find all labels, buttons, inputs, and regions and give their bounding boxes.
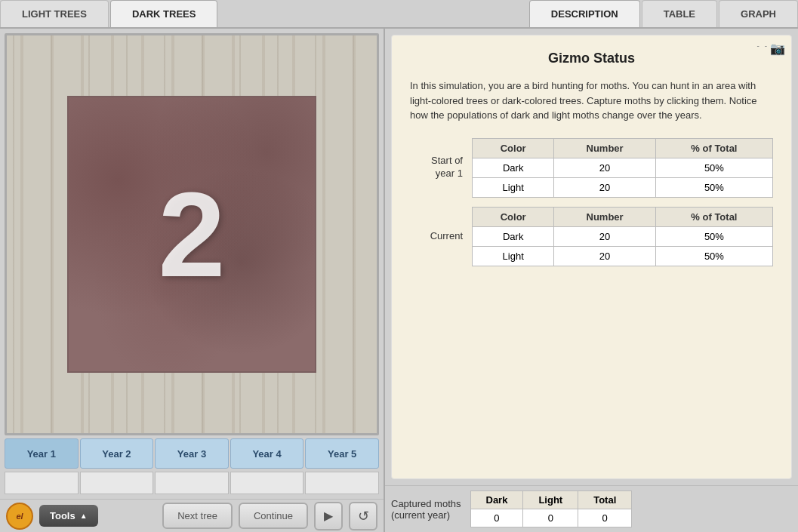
play-icon: ▶	[324, 509, 333, 523]
play-button[interactable]: ▶	[314, 502, 343, 530]
year-captured-4	[230, 472, 304, 494]
current-col-color: Color	[473, 207, 554, 226]
tools-logo: el	[6, 503, 33, 530]
tree-display[interactable]: 2	[5, 33, 379, 435]
year-captured-1	[5, 472, 79, 494]
tools-chevron-icon: ▲	[80, 512, 88, 520]
year-tabs-bar: Year 1 Year 2 Year 3 Year 4 Year 5	[5, 438, 379, 469]
bottom-stats: Captured moths(current year) Dark Light …	[385, 485, 798, 532]
start-col-percent: % of Total	[655, 138, 772, 158]
table-row: Light 20 50%	[473, 246, 773, 266]
tools-button[interactable]: Tools ▲	[39, 505, 98, 527]
year-tab-1[interactable]: Year 1	[5, 438, 79, 469]
tab-table[interactable]: TABLE	[642, 0, 717, 27]
start-col-color: Color	[473, 138, 554, 158]
start-col-number: Number	[554, 138, 655, 158]
table-row: Dark 20 50%	[473, 158, 773, 177]
year-tab-5[interactable]: Year 5	[305, 438, 379, 469]
table-row: Dark 20 50%	[473, 226, 773, 246]
start-year-label: Start ofyear 1	[410, 155, 463, 180]
tab-graph[interactable]: GRAPH	[719, 0, 798, 27]
panel-description: In this simulation, you are a bird hunti…	[410, 78, 773, 123]
start-year-table-row: Start ofyear 1 Color Number % of Total	[410, 138, 773, 198]
current-table: Color Number % of Total Dark 20 50%	[472, 207, 773, 266]
current-table-row: Current Color Number % of Total	[410, 207, 773, 266]
year-number: 2	[159, 165, 226, 304]
bottom-controls: el Tools ▲ Next tree Continue ▶ ↺	[0, 499, 384, 532]
screenshot-dots: - -	[757, 42, 769, 50]
tab-dark-trees[interactable]: DARK TREES	[110, 0, 218, 27]
reset-icon: ↺	[358, 508, 369, 524]
year-tab-2[interactable]: Year 2	[80, 438, 154, 469]
continue-button[interactable]: Continue	[239, 503, 308, 529]
reset-button[interactable]: ↺	[349, 502, 377, 530]
tab-description[interactable]: DESCRIPTION	[529, 0, 640, 27]
captured-dark-value: 0	[470, 509, 523, 527]
start-year-table: Color Number % of Total Dark 20 50%	[472, 138, 773, 198]
captured-col-dark: Dark	[470, 491, 523, 509]
captured-label: Captured moths(current year)	[391, 498, 461, 521]
table-row: Light 20 50%	[473, 177, 773, 197]
current-label: Current	[410, 230, 463, 243]
description-panel: - - 📷 Gizmo Status In this simulation, y…	[391, 35, 792, 479]
next-tree-button[interactable]: Next tree	[162, 503, 233, 529]
current-col-percent: % of Total	[655, 207, 772, 226]
camera-icon[interactable]: 📷	[770, 42, 785, 56]
captured-col-total: Total	[578, 491, 632, 509]
year-tab-4[interactable]: Year 4	[230, 438, 304, 469]
current-col-number: Number	[554, 207, 655, 226]
year-tab-3[interactable]: Year 3	[155, 438, 229, 469]
captured-values-row: 0 0 0	[470, 509, 632, 527]
captured-col-light: Light	[523, 491, 578, 509]
tab-light-trees[interactable]: LIGHT TREES	[0, 0, 109, 27]
year-captured-row	[5, 472, 379, 494]
captured-table: Dark Light Total 0 0 0	[470, 490, 633, 527]
year-captured-5	[305, 472, 379, 494]
panel-title: Gizmo Status	[410, 51, 773, 66]
captured-light-value: 0	[523, 509, 578, 527]
year-captured-2	[80, 472, 154, 494]
captured-total-value: 0	[578, 509, 632, 527]
year-captured-3	[155, 472, 229, 494]
